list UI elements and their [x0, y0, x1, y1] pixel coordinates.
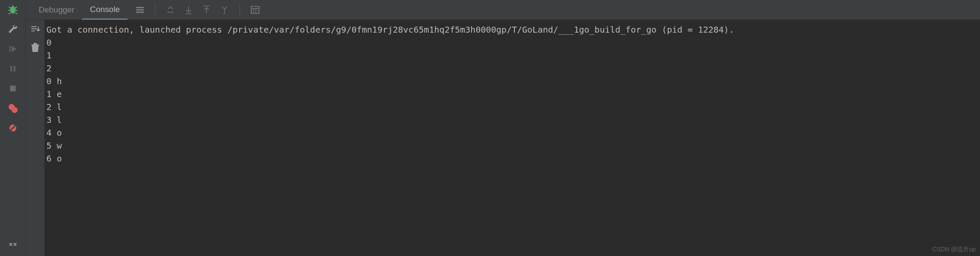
console-toolstrip: [26, 20, 45, 256]
step-down-icon[interactable]: [182, 3, 195, 16]
console-line: Got a connection, launched process /priv…: [46, 23, 978, 36]
console-line: 6 o: [46, 152, 978, 165]
console-line: 0 h: [46, 75, 978, 88]
console-line: 5 w: [46, 139, 978, 152]
step-out-icon[interactable]: [164, 3, 177, 16]
console-line: 2 l: [46, 101, 978, 113]
stop-icon[interactable]: [7, 82, 19, 94]
svg-rect-3: [13, 66, 15, 71]
debug-side-gutter: [0, 0, 26, 256]
svg-point-6: [12, 107, 18, 113]
console-line: 0: [46, 36, 978, 49]
svg-rect-1: [9, 46, 10, 52]
step-up-icon[interactable]: [200, 3, 213, 16]
console-line: 4 o: [46, 126, 978, 139]
clear-all-icon[interactable]: [30, 42, 40, 52]
console-line: 1: [46, 49, 978, 62]
bug-icon[interactable]: [7, 3, 19, 15]
svg-rect-15: [251, 6, 259, 13]
svg-rect-4: [10, 85, 15, 91]
scroll-to-end-icon[interactable]: [30, 24, 40, 34]
settings-icon[interactable]: [134, 3, 146, 16]
console-output[interactable]: Got a connection, launched process /priv…: [45, 20, 980, 256]
tab-debugger[interactable]: Debugger: [31, 0, 82, 20]
evaluate-icon[interactable]: [249, 3, 262, 16]
debug-tabbar: Debugger Console: [26, 0, 980, 20]
watermark: CSDN @流月up: [932, 246, 976, 253]
toolbar-separator: [240, 4, 240, 16]
main-area: Debugger Console: [26, 0, 980, 256]
run-to-cursor-icon[interactable]: [218, 3, 231, 16]
console-line: 2: [46, 62, 978, 75]
resume-icon[interactable]: [7, 43, 19, 55]
console-line: 1 e: [46, 88, 978, 101]
mute-breakpoints-icon[interactable]: [7, 122, 19, 134]
svg-rect-2: [10, 66, 12, 71]
more-icon[interactable]: [7, 239, 19, 251]
content-row: Got a connection, launched process /priv…: [26, 20, 980, 256]
breakpoints-icon[interactable]: [7, 102, 19, 114]
svg-point-0: [10, 7, 15, 13]
pause-icon[interactable]: [7, 63, 19, 75]
console-line: 3 l: [46, 113, 978, 126]
toolbar-separator: [155, 4, 155, 16]
tab-console[interactable]: Console: [82, 0, 128, 20]
wrench-icon[interactable]: [7, 23, 19, 35]
